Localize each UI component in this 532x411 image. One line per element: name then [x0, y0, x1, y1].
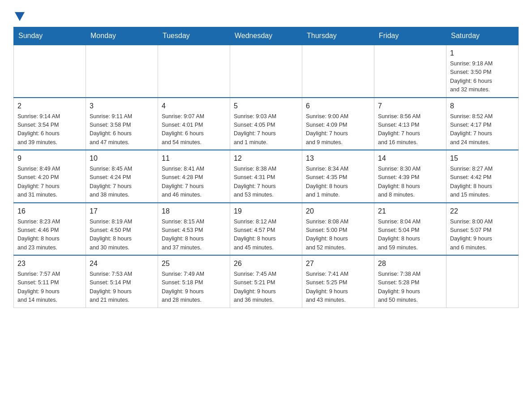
calendar-day-cell: 4Sunrise: 9:07 AMSunset: 4:01 PMDaylight…	[158, 98, 230, 150]
svg-marker-0	[15, 12, 25, 21]
calendar-day-cell: 8Sunrise: 8:52 AMSunset: 4:17 PMDaylight…	[446, 98, 519, 150]
day-info: Sunrise: 9:14 AMSunset: 3:54 PMDaylight:…	[17, 112, 82, 147]
calendar-day-cell: 18Sunrise: 8:15 AMSunset: 4:53 PMDayligh…	[158, 203, 230, 256]
logo-arrow-icon	[15, 11, 25, 24]
day-number: 20	[306, 206, 370, 217]
calendar-day-cell: 9Sunrise: 8:49 AMSunset: 4:20 PMDaylight…	[14, 150, 86, 203]
day-number: 6	[306, 101, 370, 111]
day-number: 12	[234, 153, 298, 164]
calendar-day-cell: 23Sunrise: 7:57 AMSunset: 5:11 PMDayligh…	[14, 255, 86, 308]
weekday-header: Wednesday	[230, 27, 302, 45]
calendar-day-cell: 27Sunrise: 7:41 AMSunset: 5:25 PMDayligh…	[302, 255, 374, 308]
day-info: Sunrise: 9:00 AMSunset: 4:09 PMDaylight:…	[306, 112, 370, 147]
day-number: 21	[378, 206, 442, 217]
calendar-day-cell: 20Sunrise: 8:08 AMSunset: 5:00 PMDayligh…	[302, 203, 374, 256]
weekday-header: Tuesday	[158, 27, 230, 45]
calendar-day-cell: 5Sunrise: 9:03 AMSunset: 4:05 PMDaylight…	[230, 98, 302, 150]
day-number: 9	[17, 153, 82, 164]
day-info: Sunrise: 8:27 AMSunset: 4:42 PMDaylight:…	[450, 165, 515, 200]
day-number: 8	[450, 101, 515, 111]
calendar-day-cell: 1Sunrise: 9:18 AMSunset: 3:50 PMDaylight…	[446, 45, 519, 98]
calendar-day-cell: 7Sunrise: 8:56 AMSunset: 4:13 PMDaylight…	[374, 98, 446, 150]
logo-general	[13, 11, 25, 25]
day-info: Sunrise: 8:56 AMSunset: 4:13 PMDaylight:…	[378, 112, 442, 147]
day-number: 2	[17, 101, 82, 111]
day-info: Sunrise: 9:03 AMSunset: 4:05 PMDaylight:…	[234, 112, 298, 147]
calendar-week-row: 1Sunrise: 9:18 AMSunset: 3:50 PMDaylight…	[14, 45, 519, 98]
calendar-day-cell: 17Sunrise: 8:19 AMSunset: 4:50 PMDayligh…	[86, 203, 158, 256]
calendar-day-cell: 6Sunrise: 9:00 AMSunset: 4:09 PMDaylight…	[302, 98, 374, 150]
day-info: Sunrise: 8:30 AMSunset: 4:39 PMDaylight:…	[378, 165, 442, 200]
calendar-day-cell: 15Sunrise: 8:27 AMSunset: 4:42 PMDayligh…	[446, 150, 519, 203]
calendar-day-cell: 16Sunrise: 8:23 AMSunset: 4:46 PMDayligh…	[14, 203, 86, 256]
day-info: Sunrise: 7:41 AMSunset: 5:25 PMDaylight:…	[306, 270, 370, 305]
day-info: Sunrise: 8:19 AMSunset: 4:50 PMDaylight:…	[90, 218, 154, 253]
day-number: 5	[234, 101, 298, 111]
calendar-day-cell	[230, 45, 302, 98]
day-info: Sunrise: 9:07 AMSunset: 4:01 PMDaylight:…	[162, 112, 226, 147]
day-info: Sunrise: 8:04 AMSunset: 5:04 PMDaylight:…	[378, 218, 442, 253]
day-info: Sunrise: 7:57 AMSunset: 5:11 PMDaylight:…	[17, 270, 82, 305]
day-number: 7	[378, 101, 442, 111]
calendar-week-row: 2Sunrise: 9:14 AMSunset: 3:54 PMDaylight…	[14, 98, 519, 150]
day-info: Sunrise: 8:52 AMSunset: 4:17 PMDaylight:…	[450, 112, 515, 147]
calendar-week-row: 9Sunrise: 8:49 AMSunset: 4:20 PMDaylight…	[14, 150, 519, 203]
day-number: 27	[306, 258, 370, 269]
calendar-day-cell	[446, 255, 519, 308]
day-number: 25	[162, 258, 226, 269]
calendar-day-cell: 3Sunrise: 9:11 AMSunset: 3:58 PMDaylight…	[86, 98, 158, 150]
day-number: 17	[90, 206, 154, 217]
day-number: 13	[306, 153, 370, 164]
day-number: 23	[17, 258, 82, 269]
day-number: 18	[162, 206, 226, 217]
day-info: Sunrise: 7:53 AMSunset: 5:14 PMDaylight:…	[90, 270, 154, 305]
day-info: Sunrise: 9:11 AMSunset: 3:58 PMDaylight:…	[90, 112, 154, 147]
day-info: Sunrise: 8:23 AMSunset: 4:46 PMDaylight:…	[17, 218, 82, 253]
day-info: Sunrise: 8:15 AMSunset: 4:53 PMDaylight:…	[162, 218, 226, 253]
day-info: Sunrise: 8:49 AMSunset: 4:20 PMDaylight:…	[17, 165, 82, 200]
weekday-header: Thursday	[302, 27, 374, 45]
calendar-day-cell	[302, 45, 374, 98]
day-number: 1	[450, 48, 515, 59]
day-info: Sunrise: 8:38 AMSunset: 4:31 PMDaylight:…	[234, 165, 298, 200]
day-number: 11	[162, 153, 226, 164]
calendar-day-cell	[158, 45, 230, 98]
calendar-day-cell: 25Sunrise: 7:49 AMSunset: 5:18 PMDayligh…	[158, 255, 230, 308]
day-number: 3	[90, 101, 154, 111]
calendar-day-cell	[374, 45, 446, 98]
logo	[13, 9, 25, 22]
calendar-day-cell	[86, 45, 158, 98]
calendar-week-row: 16Sunrise: 8:23 AMSunset: 4:46 PMDayligh…	[14, 203, 519, 256]
weekday-header: Sunday	[14, 27, 86, 45]
day-number: 22	[450, 206, 515, 217]
calendar-day-cell: 12Sunrise: 8:38 AMSunset: 4:31 PMDayligh…	[230, 150, 302, 203]
day-number: 24	[90, 258, 154, 269]
day-info: Sunrise: 8:45 AMSunset: 4:24 PMDaylight:…	[90, 165, 154, 200]
day-number: 4	[162, 101, 226, 111]
day-info: Sunrise: 8:34 AMSunset: 4:35 PMDaylight:…	[306, 165, 370, 200]
calendar-day-cell: 10Sunrise: 8:45 AMSunset: 4:24 PMDayligh…	[86, 150, 158, 203]
day-info: Sunrise: 7:45 AMSunset: 5:21 PMDaylight:…	[234, 270, 298, 305]
weekday-header: Saturday	[446, 27, 519, 45]
weekday-header: Monday	[86, 27, 158, 45]
day-number: 16	[17, 206, 82, 217]
calendar-day-cell	[14, 45, 86, 98]
day-number: 26	[234, 258, 298, 269]
day-info: Sunrise: 8:00 AMSunset: 5:07 PMDaylight:…	[450, 218, 515, 253]
calendar-day-cell: 19Sunrise: 8:12 AMSunset: 4:57 PMDayligh…	[230, 203, 302, 256]
header	[13, 9, 519, 22]
day-info: Sunrise: 7:38 AMSunset: 5:28 PMDaylight:…	[378, 270, 442, 305]
day-number: 19	[234, 206, 298, 217]
day-info: Sunrise: 9:18 AMSunset: 3:50 PMDaylight:…	[450, 60, 515, 94]
day-info: Sunrise: 7:49 AMSunset: 5:18 PMDaylight:…	[162, 270, 226, 305]
calendar-day-cell: 28Sunrise: 7:38 AMSunset: 5:28 PMDayligh…	[374, 255, 446, 308]
weekday-header: Friday	[374, 27, 446, 45]
calendar-header-row: SundayMondayTuesdayWednesdayThursdayFrid…	[14, 27, 519, 45]
calendar-day-cell: 2Sunrise: 9:14 AMSunset: 3:54 PMDaylight…	[14, 98, 86, 150]
calendar-week-row: 23Sunrise: 7:57 AMSunset: 5:11 PMDayligh…	[14, 255, 519, 308]
day-number: 14	[378, 153, 442, 164]
calendar-table: SundayMondayTuesdayWednesdayThursdayFrid…	[13, 27, 519, 308]
calendar-day-cell: 22Sunrise: 8:00 AMSunset: 5:07 PMDayligh…	[446, 203, 519, 256]
day-info: Sunrise: 8:08 AMSunset: 5:00 PMDaylight:…	[306, 218, 370, 253]
calendar-day-cell: 13Sunrise: 8:34 AMSunset: 4:35 PMDayligh…	[302, 150, 374, 203]
